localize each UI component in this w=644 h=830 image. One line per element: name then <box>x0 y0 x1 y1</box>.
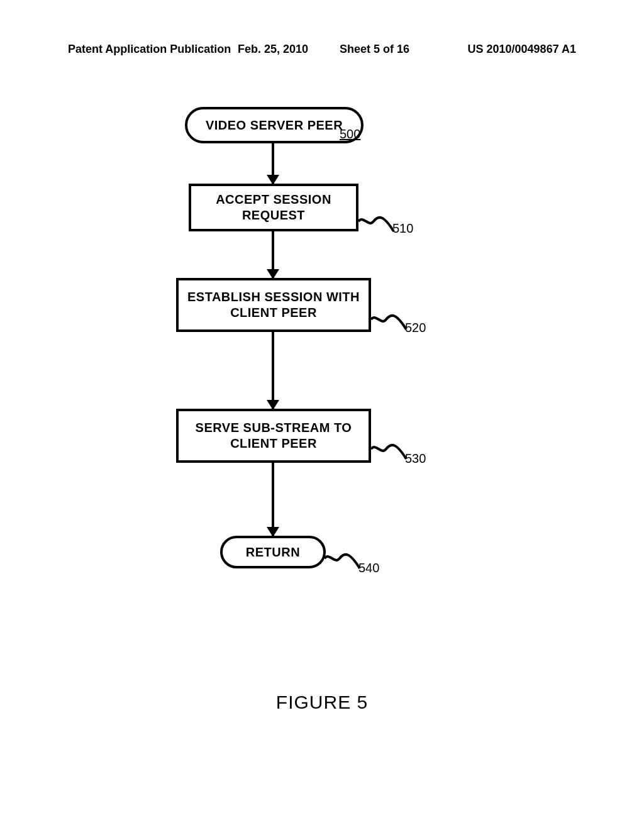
arrow-1 <box>272 143 274 184</box>
squiggle-4 <box>323 550 361 571</box>
squiggle-2 <box>370 311 408 332</box>
flow-step-1: ACCEPT SESSION REQUEST <box>189 184 358 231</box>
flow-step-1-ref: 510 <box>392 221 413 236</box>
flow-start-label: VIDEO SERVER PEER <box>206 118 343 133</box>
header-date: Feb. 25, 2010 <box>238 43 308 56</box>
flow-end-terminal: RETURN <box>220 536 326 568</box>
header-pubnumber: US 2010/0049867 A1 <box>468 43 576 56</box>
squiggle-1 <box>357 213 395 234</box>
flow-step-3-label: SERVE SUB-STREAM TO CLIENT PEER <box>185 420 362 451</box>
flow-end-ref: 540 <box>358 561 379 575</box>
arrow-4 <box>272 463 274 536</box>
header-sheet: Sheet 5 of 16 <box>340 43 409 56</box>
flow-step-2-ref: 520 <box>405 321 426 335</box>
flow-step-2: ESTABLISH SESSION WITH CLIENT PEER <box>176 278 371 332</box>
flow-end-label: RETURN <box>246 545 300 560</box>
flow-step-1-label: ACCEPT SESSION REQUEST <box>197 192 350 223</box>
figure-caption: FIGURE 5 <box>0 692 644 713</box>
page-header: Patent Application Publication Feb. 25, … <box>0 43 644 56</box>
flow-step-2-label: ESTABLISH SESSION WITH CLIENT PEER <box>185 289 362 321</box>
flow-start-terminal: VIDEO SERVER PEER <box>185 107 364 143</box>
squiggle-3 <box>370 440 408 462</box>
arrow-3 <box>272 332 274 409</box>
header-publication: Patent Application Publication <box>68 43 231 56</box>
flow-step-3-ref: 530 <box>405 451 426 466</box>
arrow-2 <box>272 231 274 278</box>
flow-start-ref: 500 <box>340 127 360 141</box>
flowchart-diagram: VIDEO SERVER PEER 500 ACCEPT SESSION REQ… <box>0 101 644 667</box>
flow-step-3: SERVE SUB-STREAM TO CLIENT PEER <box>176 409 371 463</box>
